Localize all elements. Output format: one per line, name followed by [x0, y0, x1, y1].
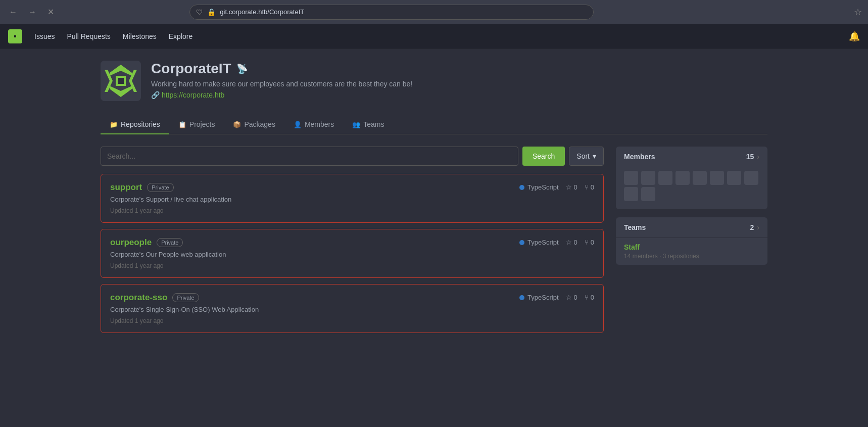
tab-packages[interactable]: 📦 Packages: [224, 115, 284, 134]
repo-name-row: ourpeople Private: [110, 238, 509, 248]
search-input[interactable]: [101, 147, 518, 166]
packages-icon: 📦: [233, 121, 241, 128]
team-item-staff[interactable]: Staff 14 members · 3 repositories: [616, 238, 767, 265]
teams-count-row: 2 ›: [750, 223, 759, 231]
notifications-icon[interactable]: 🔔: [849, 31, 860, 42]
close-button[interactable]: ✕: [44, 5, 57, 19]
repo-updated: Updated 1 year ago: [110, 262, 509, 269]
member-avatar: [658, 171, 672, 185]
fork-icon: ⑂: [585, 294, 589, 301]
org-description: Working hard to make sure our employees …: [151, 80, 412, 88]
tab-members[interactable]: 👤 Members: [284, 115, 343, 134]
repo-stars: ☆ 0: [566, 183, 577, 191]
repo-name-link[interactable]: support: [110, 182, 142, 193]
fork-icon: ⑂: [585, 183, 589, 191]
repo-card-support: support Private Corporate's Support / li…: [101, 174, 604, 223]
repo-forks: ⑂ 0: [585, 183, 594, 191]
members-section: Members 15 ›: [616, 147, 767, 209]
teams-section: Teams 2 › Staff 14 members · 3 repositor…: [616, 217, 767, 265]
repo-card-right: TypeScript ☆ 0 ⑂ 0: [519, 182, 594, 191]
repo-name-link[interactable]: ourpeople: [110, 238, 152, 248]
repo-description: Corporate's Support / live chat applicat…: [110, 196, 509, 203]
projects-icon: 📋: [178, 121, 186, 128]
repo-updated: Updated 1 year ago: [110, 207, 509, 214]
tab-projects[interactable]: 📋 Projects: [169, 115, 224, 134]
member-avatar: [641, 171, 655, 185]
member-avatar: [641, 187, 655, 201]
repo-stars: ☆ 0: [566, 294, 577, 301]
repo-stars: ☆ 0: [566, 239, 577, 246]
sort-button[interactable]: Sort ▾: [569, 147, 604, 166]
teams-count: 2: [750, 223, 754, 231]
org-avatar: [101, 61, 141, 101]
lock-icon: 🔒: [207, 8, 216, 16]
org-name-text: CorporateIT: [151, 61, 231, 77]
repo-forks: ⑂ 0: [585, 239, 594, 246]
teams-label: Teams: [624, 223, 646, 231]
language-label: TypeScript: [527, 239, 558, 246]
repo-card-left: ourpeople Private Corporate's Our People…: [110, 238, 509, 269]
language-dot: [519, 295, 524, 300]
repo-description: Corporate's Our People web application: [110, 251, 509, 258]
repo-card-right: TypeScript ☆ 0 ⑂ 0: [519, 238, 594, 246]
repo-badge: Private: [172, 293, 199, 302]
search-button[interactable]: Search: [522, 147, 565, 166]
member-avatar: [676, 171, 690, 185]
rss-icon: 📡: [236, 63, 248, 74]
repositories-icon: 📁: [110, 121, 118, 128]
content-area: Search Sort ▾ support Private Corporate'…: [101, 147, 767, 339]
teams-chevron-icon: ›: [757, 223, 759, 231]
nav-explore[interactable]: Explore: [169, 32, 192, 40]
repo-forks: ⑂ 0: [585, 294, 594, 301]
nav-issues[interactable]: Issues: [34, 32, 55, 40]
member-avatar: [727, 171, 741, 185]
org-link[interactable]: https://corporate.htb: [162, 91, 225, 99]
fork-icon: ⑂: [585, 239, 589, 246]
fork-count: 0: [591, 294, 594, 301]
forward-button[interactable]: →: [25, 6, 39, 19]
org-info: CorporateIT 📡 Working hard to make sure …: [151, 61, 412, 99]
language-label: TypeScript: [527, 183, 558, 191]
star-count: 0: [574, 294, 577, 301]
sidebar: Members 15 ›: [616, 147, 767, 339]
star-count: 0: [574, 183, 577, 191]
member-avatar: [693, 171, 707, 185]
nav-pull-requests[interactable]: Pull Requests: [67, 32, 110, 40]
members-count-row: 15 ›: [746, 153, 759, 161]
url-text: git.corporate.htb/CorporateIT: [220, 8, 304, 16]
tab-repositories[interactable]: 📁 Repositories: [101, 115, 169, 134]
org-name-row: CorporateIT 📡: [151, 61, 412, 77]
language-dot: [519, 240, 524, 245]
repo-badge: Private: [147, 183, 173, 192]
teams-header[interactable]: Teams 2 ›: [616, 217, 767, 238]
repo-card-ourpeople: ourpeople Private Corporate's Our People…: [101, 229, 604, 278]
repo-card-corporate-sso: corporate-sso Private Corporate's Single…: [101, 284, 604, 333]
search-sort-bar: Search Sort ▾: [101, 147, 604, 166]
member-avatar: [744, 171, 758, 185]
team-name: Staff: [624, 243, 759, 251]
repo-name-row: support Private: [110, 182, 509, 193]
members-header[interactable]: Members 15 ›: [616, 147, 767, 167]
back-button[interactable]: ←: [6, 6, 20, 19]
search-input-wrap: [101, 147, 518, 166]
language-label: TypeScript: [527, 294, 558, 301]
sort-label: Sort: [576, 152, 590, 160]
nav-milestones[interactable]: Milestones: [123, 32, 157, 40]
bookmark-icon[interactable]: ☆: [854, 7, 862, 18]
repo-name-link[interactable]: corporate-sso: [110, 293, 167, 303]
chevron-down-icon: ▾: [593, 152, 596, 160]
members-label: Members: [624, 153, 655, 161]
link-icon: 🔗: [151, 91, 162, 99]
logo-svg: [10, 31, 20, 41]
shield-icon: 🛡: [196, 8, 203, 16]
address-bar[interactable]: 🛡 🔒 git.corporate.htb/CorporateIT: [189, 5, 594, 20]
repo-description: Corporate's Single Sign-On (SSO) Web App…: [110, 306, 509, 313]
language-dot: [519, 185, 524, 190]
nav-logo[interactable]: [8, 29, 22, 43]
org-link-row: 🔗 https://corporate.htb: [151, 91, 412, 99]
tab-teams[interactable]: 👥 Teams: [343, 115, 393, 134]
repo-badge: Private: [157, 238, 183, 247]
star-icon: ☆: [566, 294, 572, 301]
top-nav: Issues Pull Requests Milestones Explore …: [0, 24, 868, 49]
org-logo-svg: [101, 61, 141, 101]
